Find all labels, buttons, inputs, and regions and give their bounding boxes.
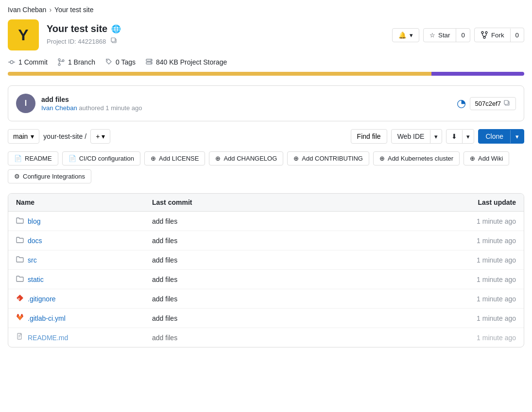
- commit-message: add files: [41, 96, 142, 103]
- file-link-blog[interactable]: blog: [16, 216, 152, 226]
- branch-icon: [57, 58, 65, 66]
- file-link-gitignore[interactable]: g .gitignore: [16, 294, 152, 303]
- gitlab-file-icon: [16, 313, 24, 323]
- webide-dropdown-button[interactable]: ▾: [430, 130, 442, 143]
- project-title-area: Your test site 🌐 Project ID: 44221868: [47, 23, 121, 47]
- storage-stat: 840 KB Project Storage: [145, 58, 227, 66]
- table-row: blog add files 1 minute ago: [8, 212, 524, 231]
- add-wiki-button[interactable]: ⊕ Add Wiki: [463, 151, 509, 165]
- star-button[interactable]: ☆ Star: [424, 29, 456, 42]
- commit-meta: Ivan Cheban authored 1 minute ago: [41, 104, 142, 112]
- file-name-blog: blog: [28, 217, 40, 225]
- toolbar-left: main ▾ your-test-site / + ▾: [8, 129, 110, 144]
- tag-icon: [105, 58, 113, 66]
- file-time-docs: 1 minute ago: [438, 237, 516, 245]
- file-link-static[interactable]: static: [16, 275, 152, 284]
- path-name: your-test-site: [43, 132, 83, 140]
- notify-button[interactable]: 🔔 ▾: [393, 29, 419, 42]
- breadcrumb: Ivan Cheban › Your test site: [0, 0, 532, 19]
- webide-button[interactable]: Web IDE: [392, 130, 430, 143]
- table-row: README.md add files 1 minute ago: [8, 328, 524, 347]
- project-title-row: Your test site 🌐: [47, 23, 121, 34]
- find-file-button[interactable]: Find file: [351, 129, 387, 144]
- svg-text:g: g: [18, 297, 20, 300]
- file-name-src: src: [28, 256, 37, 264]
- commits-stat[interactable]: 1 Commit: [8, 58, 48, 66]
- lang-segment-js: [8, 72, 431, 76]
- add-contributing-label: Add CONTRIBUTING: [302, 155, 363, 162]
- add-contributing-button[interactable]: ⊕ Add CONTRIBUTING: [287, 151, 369, 165]
- tags-stat[interactable]: 0 Tags: [105, 58, 136, 66]
- project-info: Y Your test site 🌐 Project ID: 44221868: [8, 19, 121, 50]
- clone-button[interactable]: Clone: [479, 130, 510, 143]
- cicd-config-button[interactable]: 📄 CI/CD configuration: [62, 151, 140, 165]
- readme-button[interactable]: 📄 README: [8, 151, 58, 165]
- star-count[interactable]: 0: [456, 29, 469, 42]
- add-license-button[interactable]: ⊕ Add LICENSE: [144, 151, 205, 165]
- svg-point-15: [151, 63, 152, 64]
- file-link-docs[interactable]: docs: [16, 236, 152, 245]
- commit-author-link[interactable]: Ivan Cheban: [41, 104, 77, 112]
- file-table: Name Last commit Last update blog add fi…: [8, 193, 524, 347]
- download-button-group: ⬇ ▾: [446, 129, 474, 144]
- branch-name: main: [13, 132, 28, 140]
- file-commit-docs: add files: [152, 237, 438, 245]
- history-clock-icon: ◔: [457, 97, 466, 110]
- file-commit-blog: add files: [152, 217, 438, 225]
- globe-icon: 🌐: [111, 24, 121, 33]
- commit-sha-button[interactable]: 507c2ef7: [470, 97, 516, 110]
- table-row: src add files 1 minute ago: [8, 250, 524, 270]
- notify-button-group: 🔔 ▾: [392, 28, 419, 42]
- breadcrumb-parent[interactable]: Ivan Cheban: [8, 6, 46, 14]
- add-changelog-button[interactable]: ⊕ Add CHANGELOG: [209, 151, 283, 165]
- file-link-gitlab-ci[interactable]: .gitlab-ci.yml: [16, 313, 152, 323]
- git-file-icon: g: [16, 294, 24, 303]
- download-dropdown-button[interactable]: ▾: [462, 130, 474, 143]
- readme-label: README: [25, 155, 52, 162]
- add-changelog-icon: ⊕: [215, 155, 221, 162]
- file-name-static: static: [28, 276, 44, 283]
- file-link-readme[interactable]: README.md: [16, 333, 152, 342]
- project-header: Y Your test site 🌐 Project ID: 44221868: [8, 19, 524, 50]
- clone-dropdown-button[interactable]: ▾: [510, 130, 524, 143]
- commits-count: 1 Commit: [18, 58, 48, 66]
- add-file-button[interactable]: + ▾: [90, 129, 110, 144]
- lang-segment-other: [431, 72, 524, 76]
- file-time-static: 1 minute ago: [438, 276, 516, 283]
- file-link-src[interactable]: src: [16, 255, 152, 264]
- commit-left: I add files Ivan Cheban authored 1 minut…: [16, 94, 142, 113]
- folder-icon: [16, 216, 24, 226]
- webide-button-group: Web IDE ▾: [391, 129, 443, 144]
- fork-count[interactable]: 0: [510, 29, 524, 42]
- configure-integrations-icon: ⚙: [14, 173, 20, 180]
- svg-point-14: [151, 60, 152, 61]
- copy-project-id-button[interactable]: [109, 36, 120, 47]
- fork-button[interactable]: Fork: [475, 28, 510, 42]
- copy-sha-icon: [504, 100, 511, 107]
- cicd-label: CI/CD configuration: [79, 155, 134, 162]
- commit-details: add files Ivan Cheban authored 1 minute …: [41, 96, 142, 112]
- configure-integrations-button[interactable]: ⚙ Configure Integrations: [8, 169, 91, 183]
- file-commit-src: add files: [152, 256, 438, 264]
- file-commit-readme: add files: [152, 334, 438, 342]
- toolbar-right: Find file Web IDE ▾ ⬇ ▾ Clone ▾: [351, 129, 524, 144]
- project-id-label: Project ID: 44221868: [47, 38, 106, 45]
- branches-stat[interactable]: 1 Branch: [57, 58, 95, 66]
- clone-button-group: Clone ▾: [478, 129, 524, 144]
- add-changelog-label: Add CHANGELOG: [223, 155, 277, 162]
- branch-selector[interactable]: main ▾: [8, 129, 39, 144]
- cicd-icon: 📄: [69, 155, 76, 162]
- folder-icon: [16, 236, 24, 245]
- readme-icon: 📄: [14, 155, 22, 162]
- svg-rect-1: [111, 38, 115, 42]
- download-button[interactable]: ⬇: [446, 130, 462, 143]
- col-commit-header: Last commit: [152, 198, 438, 206]
- plus-icon: +: [96, 132, 100, 140]
- stats-bar: 1 Commit 1 Branch 0 Tags 840 KB Project …: [8, 58, 524, 66]
- storage-size: 840 KB Project Storage: [156, 58, 227, 66]
- path-crumb: your-test-site /: [43, 132, 86, 140]
- svg-point-3: [485, 32, 487, 33]
- language-bar: [8, 72, 524, 76]
- add-kubernetes-button[interactable]: ⊕ Add Kubernetes cluster: [373, 151, 460, 165]
- star-button-group: ☆ Star 0: [423, 28, 470, 42]
